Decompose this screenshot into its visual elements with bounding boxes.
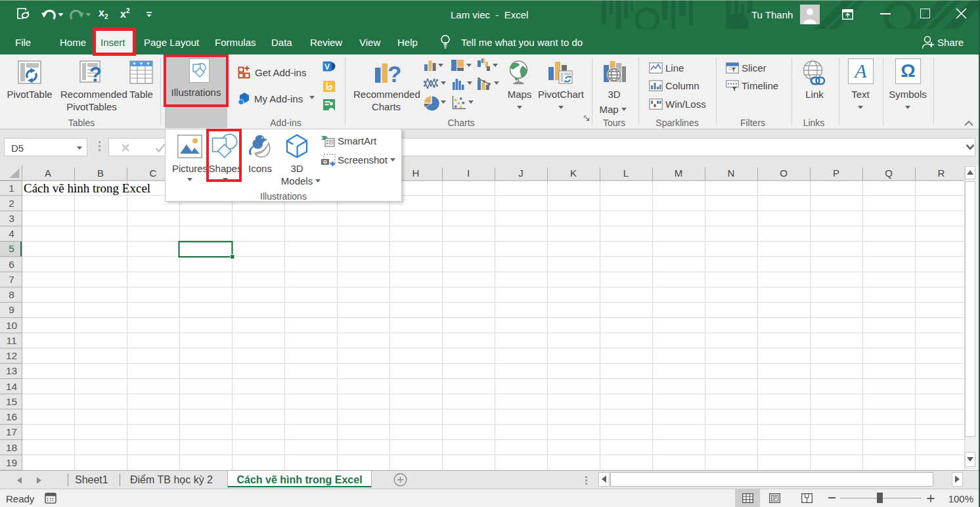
svg-text:H: H: [412, 167, 420, 179]
svg-text:R: R: [938, 167, 945, 179]
svg-text:5: 5: [9, 243, 14, 254]
svg-text:11: 11: [6, 335, 16, 346]
svg-text:2: 2: [9, 198, 14, 209]
svg-text:1: 1: [9, 183, 14, 194]
svg-text:Q: Q: [885, 167, 893, 179]
svg-text:8: 8: [9, 289, 14, 300]
svg-text:C: C: [150, 167, 157, 179]
svg-text:L: L: [623, 167, 629, 179]
svg-text:13: 13: [6, 365, 17, 376]
svg-text:10: 10: [6, 320, 18, 331]
svg-text:18: 18: [6, 442, 17, 453]
svg-text:I: I: [467, 167, 470, 179]
svg-text:J: J: [518, 167, 523, 179]
svg-text:6: 6: [9, 259, 14, 270]
svg-text:19: 19: [6, 457, 17, 468]
svg-text:?: ?: [388, 61, 401, 84]
svg-text:4: 4: [9, 228, 14, 239]
svg-text:17: 17: [6, 426, 17, 437]
svg-text:O: O: [780, 167, 788, 179]
svg-text:9: 9: [9, 304, 14, 315]
svg-text:16: 16: [6, 411, 17, 422]
svg-text:N: N: [728, 167, 735, 179]
svg-text:V: V: [324, 62, 330, 72]
svg-text:M: M: [675, 167, 683, 179]
svg-text:B: B: [97, 167, 104, 179]
svg-text:7: 7: [9, 274, 14, 285]
svg-text:Cách vẽ hình trong Excel: Cách vẽ hình trong Excel: [24, 181, 150, 195]
svg-text:A: A: [45, 167, 51, 179]
svg-text:15: 15: [6, 396, 17, 407]
svg-text:3: 3: [9, 213, 14, 224]
svg-text:P: P: [833, 167, 839, 179]
svg-text:K: K: [570, 167, 577, 179]
svg-text:12: 12: [6, 350, 17, 361]
svg-text:14: 14: [6, 381, 18, 392]
svg-text:?: ?: [89, 63, 102, 84]
